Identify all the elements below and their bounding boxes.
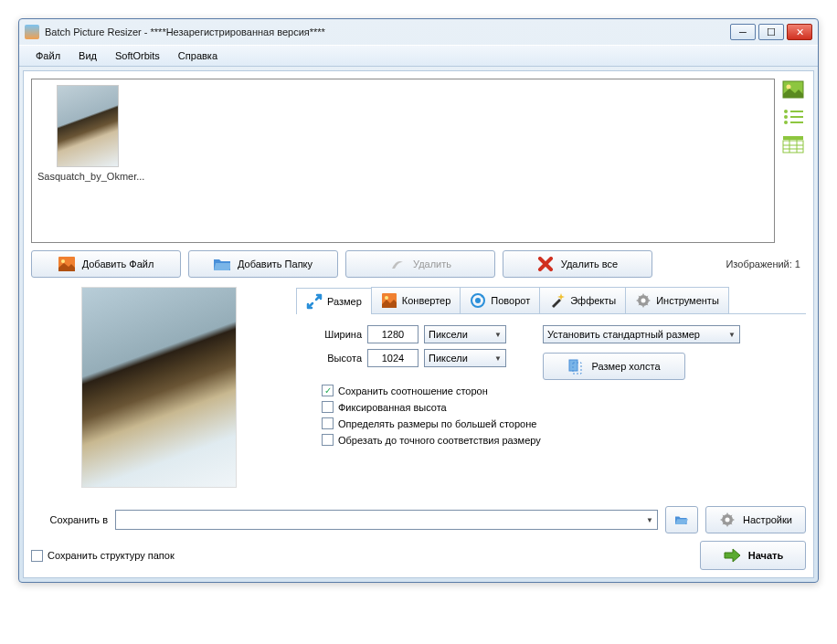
- settings-button[interactable]: Настройки: [705, 506, 806, 533]
- width-input[interactable]: [367, 325, 418, 343]
- folder-icon: [214, 257, 230, 271]
- tab-rotate[interactable]: Поворот: [460, 287, 540, 313]
- fixed-height-label: Фиксированная высота: [338, 402, 447, 413]
- effects-icon: [549, 292, 566, 309]
- rotate-icon: [470, 292, 486, 309]
- delete-icon: [389, 257, 406, 271]
- svg-point-1: [787, 85, 791, 90]
- start-button[interactable]: Начать: [700, 541, 806, 570]
- chevron-down-icon: ▼: [494, 354, 502, 363]
- image-count: Изображений: 1: [726, 259, 806, 269]
- minimize-button[interactable]: ─: [730, 24, 756, 40]
- add-file-label: Добавить Файл: [82, 259, 154, 269]
- close-button[interactable]: ✕: [787, 24, 812, 40]
- titlebar[interactable]: Batch Picture Resizer - ****Незарегистри…: [19, 19, 818, 45]
- thumbnail-image: [57, 85, 119, 167]
- app-icon: [25, 25, 39, 39]
- add-file-button[interactable]: Добавить Файл: [31, 250, 181, 278]
- menu-view[interactable]: Вид: [69, 48, 106, 64]
- save-row: Сохранить в ▼ Настройки: [31, 506, 806, 533]
- browse-button[interactable]: [665, 506, 698, 533]
- preview-image: [81, 287, 237, 488]
- thumbnail-label: Sasquatch_by_Okmer...: [37, 171, 138, 182]
- thumbnails-section: Sasquatch_by_Okmer...: [31, 79, 806, 243]
- svg-point-6: [784, 121, 788, 124]
- delete-label: Удалить: [413, 259, 451, 269]
- menu-help[interactable]: Справка: [169, 48, 227, 64]
- converter-icon: [381, 292, 397, 309]
- tabs-panel: Размер Конвертер Поворот Эффекты: [296, 287, 806, 497]
- keep-aspect-label: Сохранить соотношение сторон: [338, 385, 488, 396]
- crop-exact-label: Обрезать до точного соответствия размеру: [338, 435, 541, 446]
- height-input[interactable]: [367, 349, 418, 367]
- by-larger-checkbox[interactable]: [322, 417, 334, 429]
- svg-point-19: [475, 298, 481, 303]
- width-label: Ширина: [303, 329, 362, 340]
- add-file-icon: [58, 257, 75, 271]
- thumbnails-view-icon[interactable]: [782, 80, 804, 99]
- svg-rect-7: [790, 121, 803, 123]
- tab-effects[interactable]: Эффекты: [539, 287, 626, 313]
- keep-structure-checkbox[interactable]: [31, 550, 43, 562]
- crop-exact-checkbox[interactable]: [322, 434, 334, 446]
- svg-rect-5: [790, 116, 803, 118]
- thumbnails-panel[interactable]: Sasquatch_by_Okmer...: [31, 79, 775, 243]
- menubar: Файл Вид SoftOrbits Справка: [19, 45, 818, 67]
- menu-softorbits[interactable]: SoftOrbits: [106, 48, 169, 64]
- canvas-size-button[interactable]: Размер холста: [543, 353, 685, 380]
- svg-rect-9: [783, 141, 803, 153]
- canvas-icon: [567, 358, 584, 375]
- thumbnail-item[interactable]: Sasquatch_by_Okmer...: [37, 85, 138, 182]
- by-larger-label: Определять размеры по большей стороне: [338, 418, 536, 429]
- svg-rect-3: [790, 111, 803, 112]
- details-view-icon[interactable]: [782, 135, 804, 153]
- svg-rect-22: [569, 360, 577, 371]
- svg-point-15: [61, 259, 65, 263]
- window-title: Batch Picture Resizer - ****Незарегистри…: [45, 26, 727, 37]
- delete-all-label: Удалить все: [561, 259, 618, 269]
- svg-point-25: [726, 518, 730, 523]
- file-toolbar: Добавить Файл Добавить Папку Удалить Уда…: [31, 250, 806, 278]
- content-area: Sasquatch_by_Okmer... Добавить Файл: [23, 70, 814, 578]
- chevron-down-icon: ▼: [646, 516, 653, 524]
- size-tab-content: Ширина Пиксели▼ Высота Пиксели▼ У: [296, 314, 806, 458]
- height-unit-combo[interactable]: Пиксели▼: [424, 349, 506, 367]
- tab-converter[interactable]: Конвертер: [371, 287, 461, 313]
- save-path-combo[interactable]: ▼: [115, 510, 658, 530]
- menu-file[interactable]: Файл: [26, 48, 69, 64]
- arrow-right-icon: [723, 548, 741, 563]
- svg-rect-8: [783, 136, 803, 140]
- add-folder-label: Добавить Папку: [238, 259, 313, 269]
- gear-icon: [635, 292, 652, 309]
- svg-point-21: [641, 299, 646, 303]
- app-window: Batch Picture Resizer - ****Незарегистри…: [18, 18, 819, 583]
- tab-size[interactable]: Размер: [296, 288, 372, 314]
- delete-all-button[interactable]: Удалить все: [503, 250, 652, 278]
- resize-icon: [306, 293, 323, 310]
- svg-point-4: [784, 115, 788, 119]
- lower-section: Размер Конвертер Поворот Эффекты: [31, 287, 806, 497]
- chevron-down-icon: ▼: [728, 331, 736, 339]
- footer-row: Сохранить структуру папок Начать: [31, 541, 806, 570]
- maximize-button[interactable]: ☐: [758, 24, 784, 40]
- svg-point-2: [784, 110, 788, 113]
- standard-size-combo[interactable]: Установить стандартный размер▼: [543, 325, 740, 343]
- folder-open-icon: [675, 512, 688, 527]
- chevron-down-icon: ▼: [494, 331, 502, 339]
- delete-all-icon: [537, 257, 554, 271]
- preview-panel: [31, 287, 287, 497]
- save-to-label: Сохранить в: [31, 514, 108, 525]
- keep-structure-label: Сохранить структуру папок: [48, 550, 175, 561]
- tab-tools[interactable]: Инструменты: [625, 287, 729, 313]
- keep-aspect-checkbox[interactable]: ✓: [322, 385, 334, 396]
- gear-icon: [719, 512, 736, 528]
- height-label: Высота: [303, 353, 362, 364]
- fixed-height-checkbox[interactable]: [322, 401, 334, 413]
- add-folder-button[interactable]: Добавить Папку: [188, 250, 338, 278]
- width-unit-combo[interactable]: Пиксели▼: [424, 325, 506, 343]
- view-mode-icons: [782, 79, 806, 243]
- tabstrip: Размер Конвертер Поворот Эффекты: [296, 287, 806, 314]
- list-view-icon[interactable]: [782, 108, 804, 126]
- delete-button: Удалить: [345, 250, 495, 278]
- svg-point-17: [385, 296, 388, 300]
